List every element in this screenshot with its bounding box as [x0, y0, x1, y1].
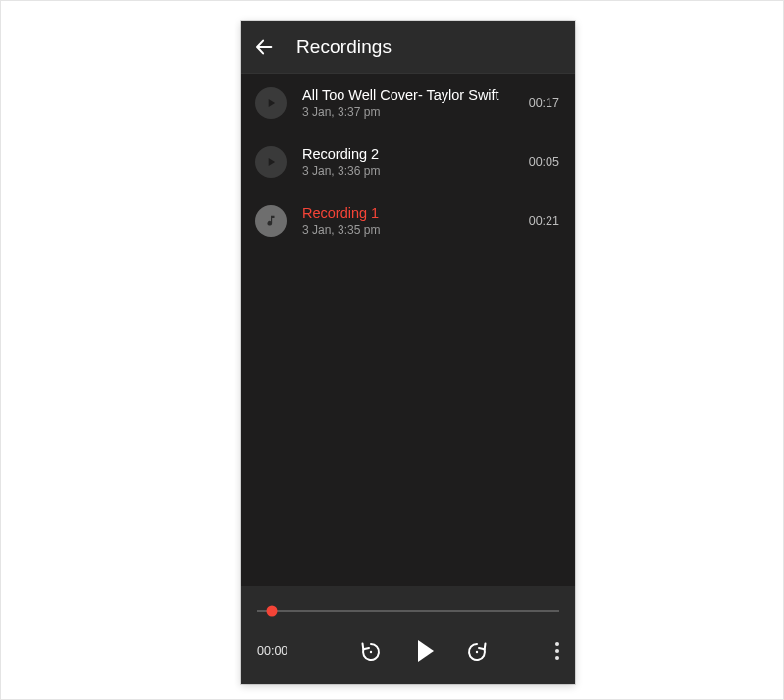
recording-title: All Too Well Cover- Taylor Swift	[302, 87, 505, 103]
play-circle-icon[interactable]	[255, 146, 287, 178]
play-icon	[418, 640, 434, 662]
music-note-icon[interactable]	[255, 205, 287, 237]
recording-duration: 00:05	[521, 155, 559, 169]
app-window: Recordings All Too Well Cover- Taylor Sw…	[241, 21, 575, 684]
recording-duration: 00:17	[521, 96, 559, 110]
recording-info: All Too Well Cover- Taylor Swift 3 Jan, …	[302, 87, 505, 119]
recording-meta: 3 Jan, 3:36 pm	[302, 164, 505, 178]
recording-title: Recording 2	[302, 146, 505, 162]
recording-row[interactable]: All Too Well Cover- Taylor Swift 3 Jan, …	[241, 74, 575, 133]
recording-row[interactable]: Recording 2 3 Jan, 3:36 pm 00:05	[241, 133, 575, 191]
page-title: Recordings	[296, 36, 392, 58]
rewind-5-icon[interactable]	[357, 637, 385, 665]
recordings-list: All Too Well Cover- Taylor Swift 3 Jan, …	[241, 74, 575, 586]
recording-row[interactable]: Recording 1 3 Jan, 3:35 pm 00:21	[241, 191, 575, 250]
elapsed-time: 00:00	[257, 644, 312, 658]
recording-info: Recording 2 3 Jan, 3:36 pm	[302, 146, 505, 178]
seek-knob[interactable]	[267, 606, 278, 617]
svg-point-2	[476, 651, 478, 653]
kebab-icon	[555, 642, 559, 660]
recording-meta: 3 Jan, 3:37 pm	[302, 105, 505, 119]
app-bar: Recordings	[241, 21, 575, 74]
play-circle-icon[interactable]	[255, 87, 287, 119]
back-arrow-icon[interactable]	[253, 36, 275, 58]
player-bar: 00:00	[241, 586, 575, 684]
recording-duration: 00:21	[521, 214, 559, 228]
more-options-button[interactable]	[536, 642, 559, 660]
recording-meta: 3 Jan, 3:35 pm	[302, 223, 505, 237]
recording-info: Recording 1 3 Jan, 3:35 pm	[302, 205, 505, 237]
play-button[interactable]	[410, 637, 438, 665]
svg-point-1	[370, 651, 372, 653]
seek-rail	[257, 610, 559, 612]
forward-5-icon[interactable]	[463, 637, 491, 665]
recording-title: Recording 1	[302, 205, 505, 221]
player-controls: 00:00	[257, 627, 559, 674]
seek-slider[interactable]	[257, 604, 559, 618]
